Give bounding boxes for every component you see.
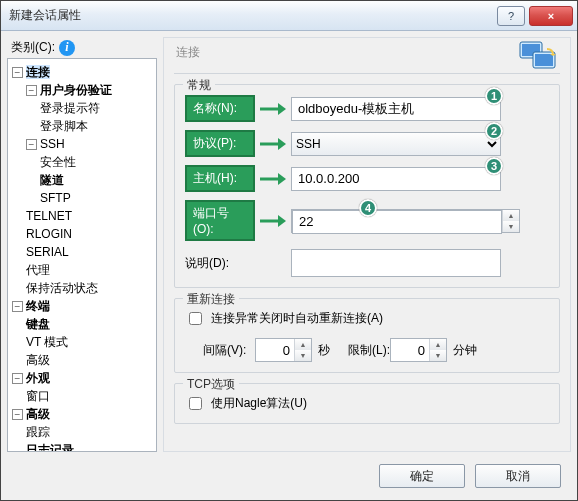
tree-toggle-icon[interactable]: − — [12, 373, 23, 384]
port-input[interactable] — [292, 210, 502, 234]
callout-4: 4 — [359, 199, 377, 217]
name-input[interactable] — [291, 97, 501, 121]
tree-node-window[interactable]: 窗口 — [26, 389, 50, 403]
label-limit: 限制(L): — [330, 342, 390, 359]
tree-node-keyboard[interactable]: 键盘 — [26, 317, 50, 331]
host-input[interactable] — [291, 167, 501, 191]
legend-tcp: TCP选项 — [183, 376, 239, 393]
spin-up-icon[interactable]: ▲ — [295, 339, 311, 350]
group-tcp: TCP选项 使用Nagle算法(U) — [174, 383, 560, 424]
auto-reconnect-label: 连接异常关闭时自动重新连接(A) — [211, 310, 383, 327]
category-tree[interactable]: −连接 −用户身份验证 登录提示符 登录脚本 −SSH 安全性 — [7, 58, 157, 452]
ok-button[interactable]: 确定 — [379, 464, 465, 488]
tree-node-login-script[interactable]: 登录脚本 — [40, 119, 88, 133]
tree-node-advanced[interactable]: 高级 — [26, 407, 50, 421]
legend-general: 常规 — [183, 77, 215, 94]
legend-reconnect: 重新连接 — [183, 291, 239, 308]
svg-rect-3 — [535, 54, 553, 66]
arrow-icon — [259, 214, 287, 228]
tree-node-proxy[interactable]: 代理 — [26, 263, 50, 277]
tree-node-ssh[interactable]: SSH — [40, 137, 65, 151]
tree-toggle-icon[interactable]: − — [26, 85, 37, 96]
tree-toggle-icon[interactable]: − — [12, 301, 23, 312]
callout-2: 2 — [485, 122, 503, 140]
tree-node-tunnel[interactable]: 隧道 — [40, 173, 64, 187]
row-name: 名称(N): 1 — [185, 95, 549, 122]
svg-marker-6 — [278, 103, 286, 115]
tree-toggle-icon[interactable]: − — [12, 67, 23, 78]
tree-node-auth[interactable]: 用户身份验证 — [40, 83, 112, 97]
row-host: 主机(H): 3 — [185, 165, 549, 192]
limit-input[interactable] — [391, 339, 429, 361]
row-description: 说明(D): — [185, 249, 549, 277]
row-protocol: 协议(P): SSH 2 — [185, 130, 549, 157]
description-input[interactable] — [291, 249, 501, 277]
tree-node-security[interactable]: 安全性 — [40, 155, 76, 169]
tree-node-serial[interactable]: SERIAL — [26, 245, 69, 259]
tree-toggle-icon[interactable]: − — [12, 409, 23, 420]
group-general: 常规 名称(N): 1 协议(P): — [174, 84, 560, 288]
window-title: 新建会话属性 — [9, 7, 493, 24]
tree-node-appearance[interactable]: 外观 — [26, 371, 50, 385]
tree-node-telnet[interactable]: TELNET — [26, 209, 72, 223]
label-protocol: 协议(P): — [185, 130, 255, 157]
tree-node-connection[interactable]: 连接 — [26, 65, 50, 79]
label-seconds: 秒 — [318, 342, 330, 359]
interval-stepper[interactable]: ▲▼ — [255, 338, 312, 362]
tree-node-trace[interactable]: 跟踪 — [26, 425, 50, 439]
tree-node-rlogin[interactable]: RLOGIN — [26, 227, 72, 241]
tree-node-login-prompt[interactable]: 登录提示符 — [40, 101, 100, 115]
row-port: 端口号(O): ▲▼ 4 — [185, 200, 549, 241]
spin-up-icon[interactable]: ▲ — [430, 339, 446, 350]
category-label: 类别(C): i — [11, 39, 157, 56]
spin-down-icon[interactable]: ▼ — [295, 350, 311, 361]
tree-node-advanced-terminal[interactable]: 高级 — [26, 353, 50, 367]
protocol-select[interactable]: SSH — [291, 132, 501, 156]
info-icon: i — [59, 40, 75, 56]
client-area: 类别(C): i −连接 −用户身份验证 登录提示符 登录脚本 − — [1, 31, 577, 500]
callout-3: 3 — [485, 157, 503, 175]
port-stepper[interactable]: ▲▼ — [291, 209, 520, 233]
tree-node-vt[interactable]: VT 模式 — [26, 335, 68, 349]
label-host: 主机(H): — [185, 165, 255, 192]
tree-node-terminal[interactable]: 终端 — [26, 299, 50, 313]
arrow-icon — [259, 172, 287, 186]
tree-node-keepalive[interactable]: 保持活动状态 — [26, 281, 98, 295]
dialog-footer: 确定 取消 — [7, 458, 571, 494]
callout-1: 1 — [485, 87, 503, 105]
nagle-checkbox[interactable] — [189, 397, 202, 410]
tree-node-sftp[interactable]: SFTP — [40, 191, 71, 205]
group-reconnect: 重新连接 连接异常关闭时自动重新连接(A) 间隔(V): ▲▼ 秒 限制(L): — [174, 298, 560, 373]
cancel-button[interactable]: 取消 — [475, 464, 561, 488]
spin-down-icon[interactable]: ▼ — [430, 350, 446, 361]
title-bar: 新建会话属性 ? × — [1, 1, 577, 31]
svg-marker-12 — [278, 215, 286, 227]
settings-panel: 连接 常规 名称(N): — [163, 37, 571, 452]
label-minutes: 分钟 — [453, 342, 477, 359]
spin-down-icon[interactable]: ▼ — [503, 221, 519, 232]
session-icon — [519, 39, 559, 78]
arrow-icon — [259, 102, 287, 116]
help-button[interactable]: ? — [497, 6, 525, 26]
arrow-icon — [259, 137, 287, 151]
label-interval: 间隔(V): — [185, 342, 255, 359]
interval-input[interactable] — [256, 339, 294, 361]
tree-toggle-icon[interactable]: − — [26, 139, 37, 150]
close-button[interactable]: × — [529, 6, 573, 26]
panel-heading: 连接 — [176, 44, 560, 61]
auto-reconnect-checkbox[interactable] — [189, 312, 202, 325]
nagle-label: 使用Nagle算法(U) — [211, 395, 307, 412]
svg-marker-10 — [278, 173, 286, 185]
tree-node-log[interactable]: 日志记录 — [26, 443, 74, 452]
label-description: 说明(D): — [185, 252, 255, 275]
spin-up-icon[interactable]: ▲ — [503, 210, 519, 221]
label-name: 名称(N): — [185, 95, 255, 122]
limit-stepper[interactable]: ▲▼ — [390, 338, 447, 362]
label-port: 端口号(O): — [185, 200, 255, 241]
svg-marker-8 — [278, 138, 286, 150]
